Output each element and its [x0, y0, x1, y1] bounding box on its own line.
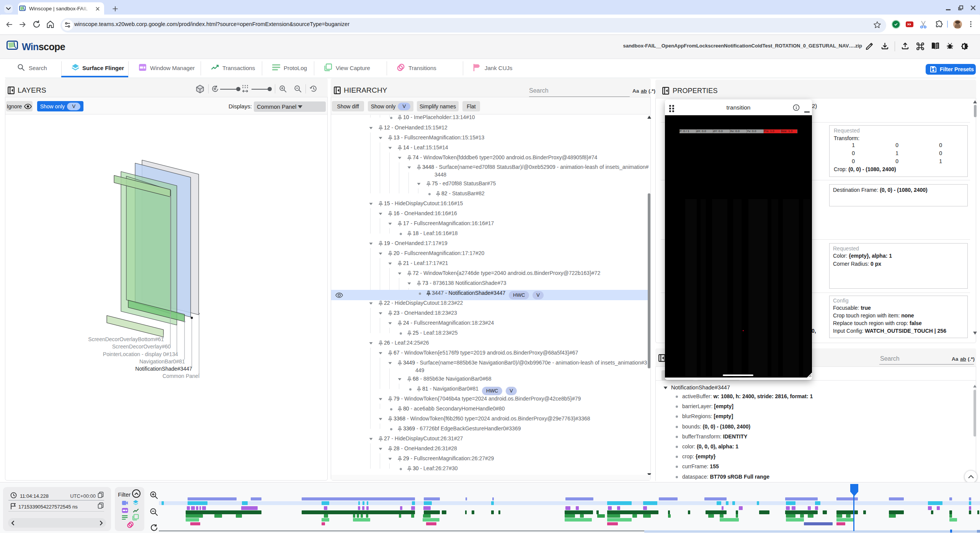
svg-text:PointerLocation - display 0#13: PointerLocation - display 0#134 — [103, 351, 178, 357]
svg-text:ScreenDecorOverlayBottom#61: ScreenDecorOverlayBottom#61 — [88, 336, 164, 342]
svg-text:NavigationBar0#81: NavigationBar0#81 — [139, 358, 185, 365]
svg-text:NotificationShade#3447: NotificationShade#3447 — [135, 366, 192, 372]
svg-text:Common Panel: Common Panel — [163, 373, 200, 379]
svg-text:ScreenDecorOverlay#60: ScreenDecorOverlay#60 — [112, 343, 171, 350]
